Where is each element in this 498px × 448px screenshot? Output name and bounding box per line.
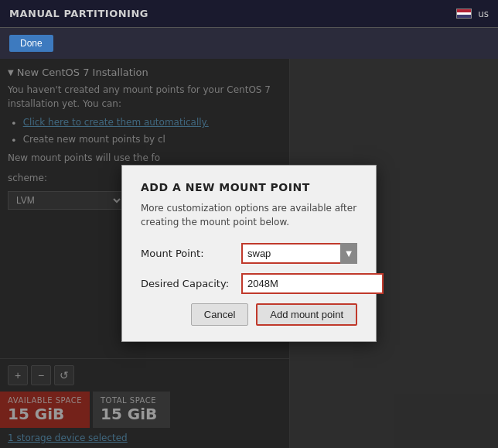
modal-overlay: ADD A NEW MOUNT POINT More customization… (0, 59, 498, 448)
dialog-title: ADD A NEW MOUNT POINT (141, 181, 357, 193)
sub-header: Done (0, 28, 498, 59)
page-title: MANUAL PARTITIONING (9, 8, 148, 19)
capacity-row: Desired Capacity: (141, 273, 357, 294)
user-label: us (478, 9, 489, 19)
flag-icon (456, 9, 472, 19)
mount-select-wrapper: swap / /boot /home /var /tmp ▼ (241, 243, 357, 264)
cancel-button[interactable]: Cancel (191, 303, 248, 326)
done-button[interactable]: Done (9, 35, 53, 52)
mount-point-label: Mount Point: (141, 248, 241, 259)
add-mount-dialog: ADD A NEW MOUNT POINT More customization… (121, 165, 377, 342)
mount-point-select[interactable]: swap / /boot /home /var /tmp (241, 243, 357, 264)
capacity-input[interactable] (241, 273, 384, 294)
add-mount-point-button[interactable]: Add mount point (256, 303, 357, 326)
mount-point-row: Mount Point: swap / /boot /home /var /tm… (141, 243, 357, 264)
header-right: us (456, 9, 489, 19)
dialog-buttons: Cancel Add mount point (141, 303, 357, 326)
dialog-subtitle: More customization options are available… (141, 201, 357, 229)
main-area: ▼ New CentOS 7 Installation You haven't … (0, 59, 498, 448)
top-header: MANUAL PARTITIONING us (0, 0, 498, 28)
capacity-label: Desired Capacity: (141, 278, 241, 289)
